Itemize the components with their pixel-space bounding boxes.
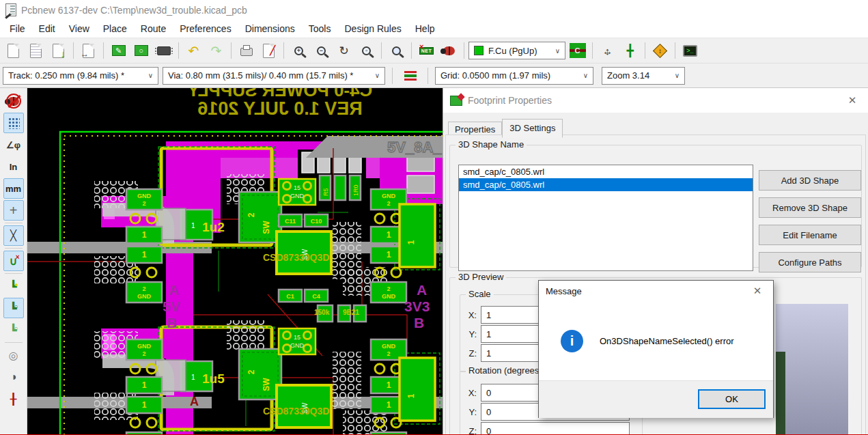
add-3d-shape-button[interactable]: Add 3D Shape [759,170,861,191]
footprint-browser-icon: ○ [135,45,148,56]
redo-button[interactable]: ↷ [206,41,227,61]
svg-text:GND: GND [382,343,396,350]
track-width-value: Track: 0.250 mm (9.84 mils) * [8,70,124,81]
netlist-button[interactable]: ×NET [416,41,437,61]
new-file-icon [8,44,19,58]
vias-sketch-button[interactable]: ◎ [3,345,24,365]
svg-text:1: 1 [142,230,147,240]
layer-select[interactable]: F.Cu (PgUp) ∨ [468,42,565,59]
module-ratsnest-button[interactable]: ∪× [3,251,24,271]
open-board-button[interactable] [25,41,46,61]
via-size-select[interactable]: Via: 0.80 mm (31.5 mils)/ 0.40 mm (15.7 … [163,67,385,85]
menu-view[interactable]: View [62,21,96,36]
sw-chip: 2 SW [239,349,281,399]
pcb-canvas[interactable]: C4-0 POWER SUPPLY REV 1.0 JULY 2016 [27,88,443,435]
library-ic-button[interactable] [153,41,174,61]
find-button[interactable] [386,41,407,61]
menu-design-rules[interactable]: Design Rules [337,21,408,36]
plot-button[interactable]: ╱ [258,41,279,61]
grid-show-button[interactable] [3,113,24,133]
track-mode-icon: ╋ [626,45,633,57]
menu-route[interactable]: Route [134,21,173,36]
svg-text:150k: 150k [314,309,330,316]
svg-text:GND: GND [137,343,152,350]
menu-edit[interactable]: Edit [32,21,62,36]
menu-file[interactable]: File [3,21,32,36]
tab-3d-settings[interactable]: 3D Settings [502,119,563,138]
svg-text:15: 15 [294,184,300,191]
rotation-z-label: Z: [466,426,477,435]
svg-text:C1: C1 [286,293,294,300]
drc-button[interactable] [438,41,460,61]
close-icon[interactable]: ✕ [748,285,766,297]
dialog-title-bar: Footprint Properties ✕ [443,88,868,113]
track-width-select[interactable]: Track: 0.250 mm (9.84 mils) * ∨ [3,67,158,85]
title-bar: Pcbnew 6137-dev C:\Temp\new3d_trouble.ki… [0,0,868,20]
toolbar-separator [73,42,74,59]
menu-preferences[interactable]: Preferences [173,21,238,36]
menu-tools[interactable]: Tools [302,21,338,36]
svg-text:1: 1 [142,380,147,390]
edit-filename-button[interactable]: Edit Filename [759,225,861,245]
new-board-button[interactable] [3,41,24,61]
pads-sketch-button[interactable]: ┗○ [3,320,24,340]
configure-paths-button[interactable]: Configure Paths [759,252,861,272]
save-board-button[interactable]: ↓ [48,41,69,61]
remove-3d-shape-button[interactable]: Remove 3D Shape [759,197,861,218]
undo-button[interactable]: ↶ [183,41,204,61]
track-mode-button[interactable]: ╋ [619,41,641,61]
grid-dots-icon [8,117,20,129]
high-contrast-button[interactable]: ◑ [3,367,24,387]
ratsnest-show-button[interactable]: ╳ [3,225,24,246]
units-inch-button[interactable]: In [3,156,24,177]
window-title: Pcbnew 6137-dev C:\Temp\new3d_trouble.ki… [21,5,247,16]
zoom-out-button[interactable]: − [311,41,332,61]
shape-list-item[interactable]: smd_cap/c_0805.wrl [459,165,753,178]
shape-list-item-selected[interactable]: smd_cap/c_0805.wrl [459,178,753,191]
footprint-mode-button[interactable]: ↔↕ [597,41,618,61]
layer-pair-button[interactable]: C [567,41,588,61]
page-settings-button[interactable]: ↔ [78,41,99,61]
svg-text:5V: 5V [163,298,180,314]
zoom-in-icon: + [294,46,303,55]
zoom-fit-button[interactable]: ▫ [356,41,377,61]
message-body: i On3DShapeNameSelected() error [539,301,773,380]
scripting-console-button[interactable]: >_ [680,41,701,61]
via-outline-icon: ◎ [9,349,18,362]
redraw-button[interactable]: ↻ [333,41,354,61]
polar-coords-icon: ∠φ [6,140,20,150]
svg-text:CSD87330Q3D: CSD87330Q3D [263,406,329,417]
microwave-tools-button[interactable]: ↕ [649,41,671,61]
polar-coords-button[interactable]: ∠φ [3,135,24,155]
svg-text:GND: GND [382,293,396,300]
shape-list[interactable]: smd_cap/c_0805.wrl smd_cap/c_0805.wrl [458,165,753,271]
menu-dimensions[interactable]: Dimensions [238,21,302,36]
auto-delete-track-button[interactable]: ┗● [3,276,24,296]
drc-off-button[interactable] [3,91,24,111]
rotation-z-input[interactable]: 0 [481,422,630,435]
zoom-select[interactable]: Zoom 3.14 ∨ [602,67,685,85]
menu-place[interactable]: Place [96,21,134,36]
zoom-in-button[interactable]: + [288,41,309,61]
scale-z-label: Z: [466,348,477,359]
cursor-style-button[interactable]: + [3,200,24,221]
menu-help[interactable]: Help [408,21,442,36]
svg-text:REV 1.0 JULY 2016: REV 1.0 JULY 2016 [197,98,363,119]
message-dialog: Message ✕ i On3DShapeNameSelected() erro… [538,280,774,418]
chevron-down-icon: ∨ [148,72,153,79]
grid-select[interactable]: Grid: 0.0500 mm (1.97 mils) ∨ [435,67,593,85]
single-layer-button[interactable]: ╂ [3,389,24,409]
units-mm-button[interactable]: mm [3,178,24,199]
rotation-y-label: Y: [466,407,477,417]
footprint-editor-button[interactable]: ✎ [108,41,129,61]
thermal-pad: 15 GND [279,328,316,354]
close-icon[interactable]: ✕ [843,94,861,107]
auto-track-width-button[interactable] [400,66,421,85]
info-icon: i [561,330,583,352]
svg-text:GND: GND [290,342,305,349]
3d-preview-viewport[interactable] [776,304,848,435]
print-button[interactable] [236,41,257,61]
ok-button[interactable]: OK [698,389,766,409]
footprint-browser-button[interactable]: ○ [130,41,152,61]
tracks-sketch-button[interactable]: ┗○ [3,298,24,318]
